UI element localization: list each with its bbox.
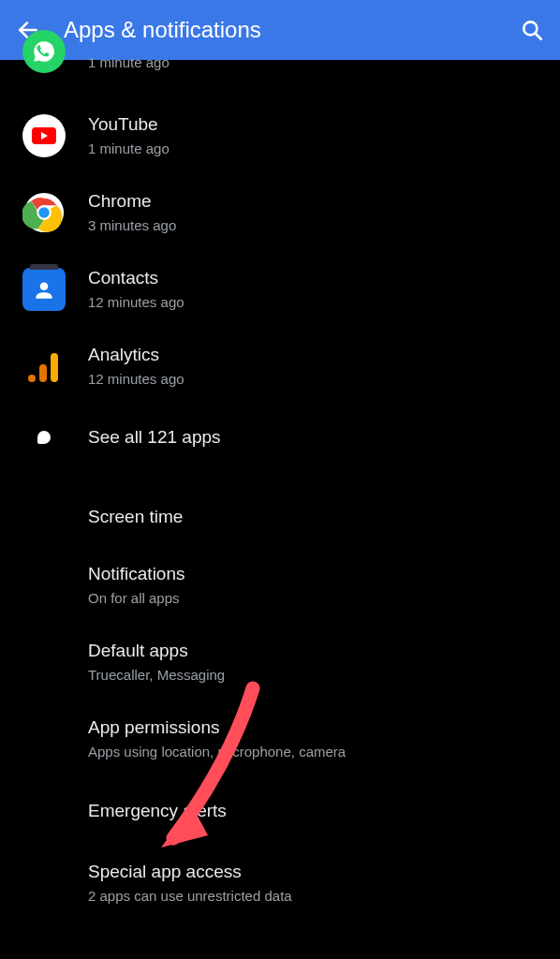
setting-screen-time[interactable]: Screen time	[0, 487, 560, 547]
chrome-icon	[22, 191, 66, 234]
speech-bubble-icon	[37, 431, 51, 444]
see-all-apps[interactable]: See all 121 apps	[0, 405, 560, 470]
setting-subtitle: Truecaller, Messaging	[88, 666, 560, 685]
svg-line-2	[535, 33, 540, 38]
app-title: Chrome	[88, 190, 560, 214]
setting-subtitle: Apps using location, microphone, camera	[88, 743, 560, 761]
setting-title: Notifications	[88, 563, 560, 586]
svg-point-6	[40, 282, 49, 290]
svg-point-7	[28, 375, 36, 382]
setting-title: Emergency alerts	[88, 800, 560, 823]
app-row-youtube[interactable]: YouTube 1 minute ago	[0, 97, 560, 174]
app-subtitle: 1 minute ago	[88, 140, 560, 158]
youtube-icon	[22, 114, 66, 157]
svg-rect-9	[51, 353, 58, 382]
app-row-analytics[interactable]: Analytics 12 minutes ago	[0, 328, 560, 405]
see-all-label: See all 121 apps	[88, 426, 560, 450]
app-row-whatsapp[interactable]: 1 minute ago	[0, 51, 560, 97]
whatsapp-icon	[22, 30, 66, 73]
setting-emergency-alerts[interactable]: Emergency alerts	[0, 777, 560, 845]
content-scroll[interactable]: 1 minute ago YouTube 1 minute ago Chrome…	[0, 51, 560, 922]
setting-app-permissions[interactable]: App permissions Apps using location, mic…	[0, 701, 560, 777]
analytics-icon	[22, 345, 66, 388]
app-title: YouTube	[88, 113, 560, 137]
setting-default-apps[interactable]: Default apps Truecaller, Messaging	[0, 624, 560, 701]
app-row-contacts[interactable]: Contacts 12 minutes ago	[0, 251, 560, 328]
app-subtitle: 12 minutes ago	[88, 293, 560, 312]
app-subtitle: 1 minute ago	[88, 53, 560, 72]
app-row-chrome[interactable]: Chrome 3 minutes ago	[0, 174, 560, 251]
app-subtitle: 3 minutes ago	[88, 216, 560, 235]
setting-title: Special app access	[88, 861, 560, 884]
search-icon[interactable]	[519, 17, 545, 43]
setting-title: Default apps	[88, 640, 560, 663]
svg-rect-8	[39, 364, 47, 382]
app-title: Analytics	[88, 344, 560, 367]
setting-special-app-access[interactable]: Special app access 2 apps can use unrest…	[0, 845, 560, 922]
setting-subtitle: On for all apps	[88, 589, 560, 608]
page-title: Apps & notifications	[64, 17, 496, 43]
setting-title: Screen time	[88, 506, 560, 529]
app-subtitle: 12 minutes ago	[88, 370, 560, 389]
setting-notifications[interactable]: Notifications On for all apps	[0, 547, 560, 624]
setting-title: App permissions	[88, 716, 560, 740]
setting-subtitle: 2 apps can use unrestricted data	[88, 887, 560, 906]
contacts-icon	[22, 268, 66, 311]
app-title: Contacts	[88, 267, 560, 290]
